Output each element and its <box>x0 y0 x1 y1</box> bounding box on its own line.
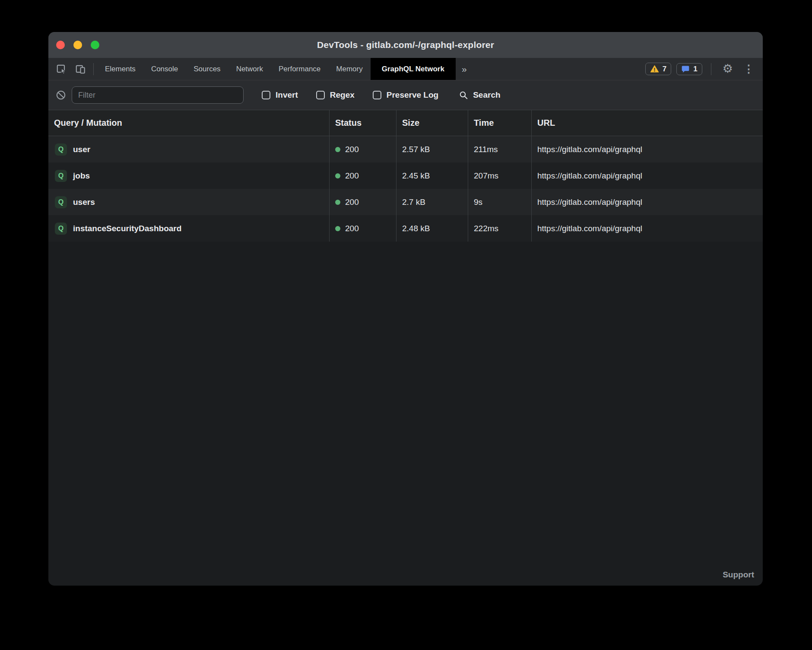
message-count: 1 <box>693 65 697 73</box>
size-cell: 2.45 kB <box>396 162 468 189</box>
column-header-status[interactable]: Status <box>329 110 396 136</box>
search-icon <box>458 90 469 100</box>
url-cell: https://gitlab.com/api/graphql <box>531 162 763 189</box>
table-header-row: Query / Mutation Status Size Time URL <box>48 110 763 136</box>
regex-checkbox-label: Regex <box>330 90 355 100</box>
invert-checkbox-label: Invert <box>276 90 298 100</box>
column-header-url[interactable]: URL <box>531 110 763 136</box>
kebab-menu-button[interactable]: ⋮ <box>741 64 757 74</box>
url-cell: https://gitlab.com/api/graphql <box>531 136 763 162</box>
query-type-badge: Q <box>55 170 67 182</box>
controls-divider <box>711 63 711 75</box>
size-cell: 2.48 kB <box>396 215 468 242</box>
tab-performance[interactable]: Performance <box>271 58 328 80</box>
status-ok-dot <box>335 226 340 231</box>
traffic-lights <box>56 32 99 58</box>
size-cell: 2.57 kB <box>396 136 468 162</box>
tabbar-divider <box>93 63 94 75</box>
query-name: users <box>73 198 95 207</box>
requests-table: Query / Mutation Status Size Time URL Q … <box>48 110 763 242</box>
status-ok-dot <box>335 173 340 178</box>
settings-gear-button[interactable]: ⚙ <box>720 63 736 75</box>
tab-sources[interactable]: Sources <box>186 58 228 80</box>
query-name: jobs <box>73 171 90 181</box>
tab-graphql-network[interactable]: GraphQL Network <box>371 58 456 80</box>
titlebar: DevTools - gitlab.com/-/graphql-explorer <box>48 32 763 58</box>
status-code: 200 <box>345 145 359 154</box>
status-cell: 200 <box>329 189 396 215</box>
query-type-badge: Q <box>55 143 67 156</box>
time-cell: 207ms <box>468 162 531 189</box>
device-toolbar-button[interactable] <box>71 58 90 80</box>
column-header-time[interactable]: Time <box>468 110 531 136</box>
time-cell: 222ms <box>468 215 531 242</box>
status-code: 200 <box>345 198 359 207</box>
table-row[interactable]: Q user 200 2.57 kB 211ms https://gitlab.… <box>48 136 763 162</box>
devtools-tabbar: Elements Console Sources Network Perform… <box>48 58 763 80</box>
inspect-element-button[interactable] <box>52 58 71 80</box>
filter-toolbar: Invert Regex Preserve Log Search <box>48 80 763 110</box>
preserve-log-checkbox-box <box>373 91 381 99</box>
url-cell: https://gitlab.com/api/graphql <box>531 215 763 242</box>
invert-checkbox[interactable]: Invert <box>262 90 298 100</box>
status-ok-dot <box>335 147 340 152</box>
warnings-badge[interactable]: 7 <box>645 63 671 75</box>
warning-icon <box>650 64 659 73</box>
window-title: DevTools - gitlab.com/-/graphql-explorer <box>317 40 494 50</box>
query-name: instanceSecurityDashboard <box>73 224 181 233</box>
tab-console[interactable]: Console <box>143 58 186 80</box>
device-toolbar-icon <box>75 64 86 75</box>
close-button[interactable] <box>56 41 65 49</box>
minimize-button[interactable] <box>73 41 82 49</box>
query-name: user <box>73 145 90 154</box>
query-cell: Q user <box>48 136 329 162</box>
column-header-size[interactable]: Size <box>396 110 468 136</box>
query-type-badge: Q <box>55 223 67 235</box>
table-row[interactable]: Q jobs 200 2.45 kB 207ms https://gitlab.… <box>48 162 763 189</box>
query-type-badge: Q <box>55 196 67 208</box>
more-tabs-button[interactable]: » <box>456 58 473 80</box>
tab-network[interactable]: Network <box>228 58 271 80</box>
search-button[interactable]: Search <box>458 90 500 100</box>
status-code: 200 <box>345 224 359 233</box>
messages-badge[interactable]: 1 <box>676 63 702 75</box>
status-cell: 200 <box>329 215 396 242</box>
tabbar-right-controls: 7 1 ⚙ ⋮ <box>645 58 763 80</box>
preserve-log-checkbox[interactable]: Preserve Log <box>373 90 438 100</box>
filter-input[interactable] <box>72 86 244 104</box>
query-cell: Q instanceSecurityDashboard <box>48 215 329 242</box>
support-link[interactable]: Support <box>723 570 754 580</box>
status-code: 200 <box>345 171 359 181</box>
message-icon <box>681 65 690 73</box>
search-label: Search <box>473 90 500 100</box>
regex-checkbox[interactable]: Regex <box>316 90 355 100</box>
column-header-query[interactable]: Query / Mutation <box>48 110 329 136</box>
time-cell: 9s <box>468 189 531 215</box>
tab-elements[interactable]: Elements <box>97 58 143 80</box>
table-row[interactable]: Q users 200 2.7 kB 9s https://gitlab.com… <box>48 189 763 215</box>
inspect-cursor-icon <box>56 64 67 75</box>
status-cell: 200 <box>329 136 396 162</box>
devtools-window: DevTools - gitlab.com/-/graphql-explorer… <box>48 32 763 586</box>
query-cell: Q jobs <box>48 162 329 189</box>
invert-checkbox-box <box>262 91 270 99</box>
status-ok-dot <box>335 200 340 205</box>
block-icon <box>55 89 67 101</box>
table-row[interactable]: Q instanceSecurityDashboard 200 2.48 kB … <box>48 215 763 242</box>
fullscreen-button[interactable] <box>91 41 99 49</box>
regex-checkbox-box <box>316 91 325 99</box>
status-cell: 200 <box>329 162 396 189</box>
warning-count: 7 <box>663 65 666 73</box>
tab-memory[interactable]: Memory <box>328 58 370 80</box>
clear-log-button[interactable] <box>55 89 67 101</box>
size-cell: 2.7 kB <box>396 189 468 215</box>
panel-body: Support <box>48 242 763 586</box>
query-cell: Q users <box>48 189 329 215</box>
time-cell: 211ms <box>468 136 531 162</box>
url-cell: https://gitlab.com/api/graphql <box>531 189 763 215</box>
preserve-log-checkbox-label: Preserve Log <box>387 90 438 100</box>
